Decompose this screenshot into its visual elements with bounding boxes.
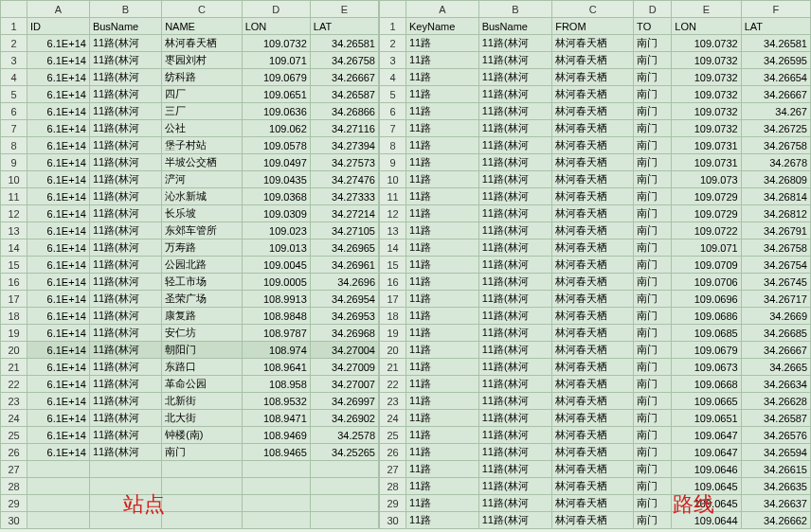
data-cell[interactable]: 6.1E+14 [27,376,90,393]
data-cell[interactable]: 11路(林河 [478,239,552,257]
row-header[interactable]: 28 [380,478,406,495]
row-header[interactable]: 27 [1,461,27,478]
data-cell[interactable]: 34.26968 [310,325,378,342]
row-header[interactable]: 15 [380,257,406,274]
data-cell[interactable]: 安仁坊 [162,325,243,342]
row-header[interactable]: 4 [1,69,27,86]
data-cell[interactable] [242,495,310,512]
data-cell[interactable]: 34.26809 [741,171,810,188]
data-cell[interactable]: 南门 [634,274,672,291]
col-header[interactable]: B [89,1,161,18]
data-cell[interactable]: 林河春天栖 [552,86,634,103]
data-cell[interactable]: 108.9641 [242,359,310,376]
data-cell[interactable]: 34.26576 [741,427,810,444]
data-cell[interactable]: 34.26595 [741,52,810,69]
data-cell[interactable]: 34.26654 [741,69,810,86]
header-cell[interactable]: LAT [310,18,378,35]
row-header[interactable]: 18 [380,308,406,325]
data-cell[interactable]: 11路(林河 [89,444,161,461]
data-cell[interactable]: 11路(林河 [89,393,161,410]
data-cell[interactable]: 109.0665 [672,393,741,410]
data-cell[interactable]: 11路 [406,120,479,137]
data-cell[interactable]: 34.26581 [741,35,810,52]
data-cell[interactable]: 11路 [406,103,479,120]
data-cell[interactable]: 南门 [634,239,672,257]
data-cell[interactable]: 南门 [634,154,672,171]
row-header[interactable]: 14 [380,239,406,257]
data-cell[interactable]: 沁水新城 [162,188,243,205]
row-header[interactable]: 25 [380,427,406,444]
data-cell[interactable]: 108.9471 [242,410,310,427]
data-cell[interactable]: 34.26997 [310,393,378,410]
data-cell[interactable]: 11路 [406,257,479,274]
data-cell[interactable]: 11路(林河 [89,274,161,291]
data-cell[interactable]: 11路 [406,478,479,495]
data-cell[interactable]: 林河春天栖 [552,274,634,291]
data-cell[interactable] [89,495,161,512]
data-cell[interactable]: 11路 [406,427,479,444]
row-header[interactable]: 6 [1,103,27,120]
data-cell[interactable]: 南门 [634,171,672,188]
data-cell[interactable]: 34.27333 [310,188,378,205]
data-cell[interactable]: 109.0045 [242,257,310,274]
data-cell[interactable]: 109.0732 [672,86,741,103]
data-cell[interactable]: 108.9913 [242,291,310,308]
row-header[interactable]: 26 [380,444,406,461]
data-cell[interactable]: 南门 [634,86,672,103]
row-header[interactable]: 25 [1,427,27,444]
data-cell[interactable]: 109.071 [242,52,310,69]
data-cell[interactable]: 11路(林河 [478,512,552,529]
data-cell[interactable]: 林河春天栖 [552,427,634,444]
row-header[interactable]: 9 [380,154,406,171]
data-cell[interactable]: 6.1E+14 [27,239,90,257]
row-header[interactable]: 3 [1,52,27,69]
row-header[interactable]: 7 [380,120,406,137]
data-cell[interactable]: 109.0645 [672,478,741,495]
row-header[interactable]: 8 [1,137,27,154]
data-cell[interactable]: 南门 [634,69,672,86]
corner-header[interactable] [1,1,27,18]
data-cell[interactable]: 34.26812 [741,205,810,222]
data-cell[interactable]: 南门 [634,444,672,461]
data-cell[interactable] [162,478,243,495]
data-cell[interactable]: 109.0005 [242,274,310,291]
data-cell[interactable]: 6.1E+14 [27,120,90,137]
row-header[interactable]: 22 [380,376,406,393]
data-cell[interactable]: 林河春天栖 [552,239,634,257]
data-cell[interactable]: 11路 [406,461,479,478]
data-cell[interactable]: 11路(林河 [478,393,552,410]
data-cell[interactable] [27,478,90,495]
data-cell[interactable] [242,461,310,478]
data-cell[interactable] [310,461,378,478]
row-header[interactable]: 28 [1,478,27,495]
data-cell[interactable]: 11路(林河 [478,359,552,376]
data-cell[interactable]: 林河春天栖 [162,35,243,52]
col-header[interactable]: C [552,1,634,18]
data-cell[interactable]: 108.9787 [242,325,310,342]
data-cell[interactable]: 11路(林河 [478,274,552,291]
data-cell[interactable]: 11路(林河 [478,188,552,205]
row-header[interactable]: 15 [1,257,27,274]
row-header[interactable]: 5 [1,86,27,103]
data-cell[interactable]: 南门 [634,35,672,52]
data-cell[interactable]: 林河春天栖 [552,495,634,512]
data-cell[interactable]: 11路(林河 [478,325,552,342]
data-cell[interactable]: 浐河 [162,171,243,188]
data-cell[interactable]: 34.27105 [310,222,378,239]
data-cell[interactable]: 朝阳门 [162,342,243,359]
data-cell[interactable]: 6.1E+14 [27,257,90,274]
left-table[interactable]: ABCDE 1IDBusNameNAMELONLAT26.1E+1411路(林河… [0,0,379,529]
data-cell[interactable] [89,512,161,529]
data-cell[interactable]: 109.013 [242,239,310,257]
data-cell[interactable]: 108.9469 [242,427,310,444]
data-cell[interactable]: 南门 [634,376,672,393]
data-cell[interactable]: 6.1E+14 [27,154,90,171]
data-cell[interactable]: 11路(林河 [89,257,161,274]
data-cell[interactable]: 34.27009 [310,359,378,376]
data-cell[interactable]: 34.26758 [741,239,810,257]
data-cell[interactable]: 109.0729 [672,205,741,222]
data-cell[interactable]: 34.2678 [741,154,810,171]
data-cell[interactable]: 34.27573 [310,154,378,171]
data-cell[interactable]: 林河春天栖 [552,137,634,154]
data-cell[interactable]: 林河春天栖 [552,205,634,222]
